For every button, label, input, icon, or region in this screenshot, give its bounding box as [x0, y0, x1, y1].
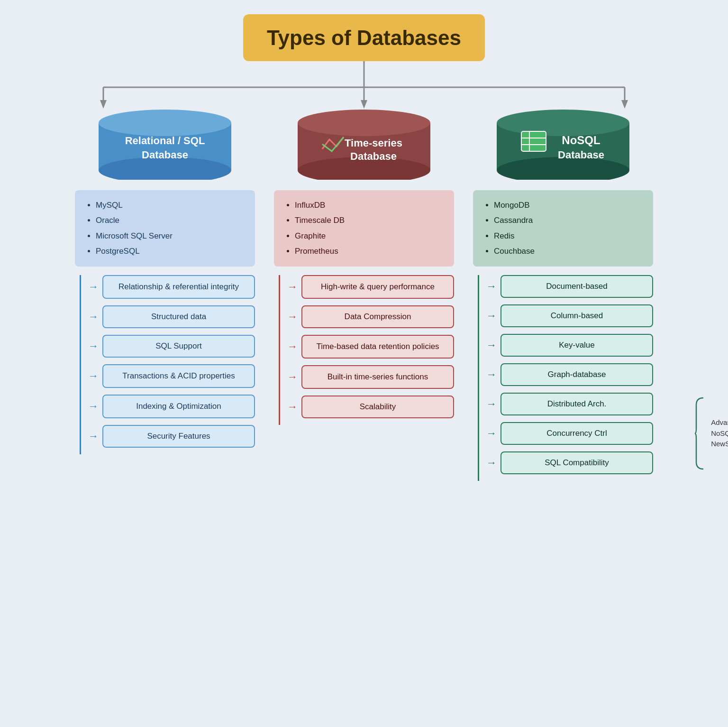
arrow-red-1: →: [287, 281, 298, 293]
relational-cylinder-svg: Relational / SQL Database: [99, 109, 231, 180]
feature-row-scalability: → Scalability: [287, 396, 454, 418]
feature-box-scalability: Scalability: [301, 396, 454, 418]
feature-box-structured: Structured data: [102, 305, 255, 328]
feature-row-transactions: → Transactions & ACID properties: [88, 364, 255, 388]
nosql-brace-annotation: Advanced NoSQL → NewSQL: [694, 393, 728, 474]
arrow-right-icon-6: →: [88, 430, 99, 442]
bullet-mongodb: MongoDB: [494, 198, 643, 213]
svg-point-10: [99, 110, 231, 136]
title-box: Types of Databases: [243, 14, 485, 61]
annotation-text: Advanced NoSQL → NewSQL: [711, 417, 728, 450]
feature-row-retention: → Time-based data retention policies: [287, 335, 454, 359]
feature-row-compression: → Data Compression: [287, 305, 454, 328]
top-connector-svg: [13, 61, 715, 109]
nosql-cylinder: NoSQL Database: [497, 109, 629, 182]
arrow-red-5: →: [287, 401, 298, 413]
feature-box-highwrite: High-write & query performance: [301, 275, 454, 299]
feature-row-distributed: → Distributed Arch.: [486, 393, 653, 415]
feature-row-relationship: → Relationship & referential integrity: [88, 275, 255, 299]
bullet-mysql: MySQL: [96, 198, 245, 213]
svg-rect-21: [521, 131, 546, 151]
arrow-red-4: →: [287, 371, 298, 383]
bullet-timescale: Timescale DB: [295, 213, 444, 228]
svg-text:Time-series: Time-series: [345, 137, 402, 149]
arrow-red-2: →: [287, 311, 298, 323]
feature-box-builtin: Built-in time-series functions: [301, 365, 454, 389]
svg-text:Database: Database: [558, 149, 604, 161]
feature-box-keyvalue: Key-value: [500, 334, 653, 357]
feature-box-column: Column-based: [500, 304, 653, 327]
column-nosql: NoSQL Database MongoDB Cassandra Redis C…: [473, 109, 653, 481]
arrow-right-icon-3: →: [88, 340, 99, 352]
svg-marker-5: [361, 100, 367, 109]
svg-marker-3: [100, 100, 107, 109]
timeseries-info-box: InfluxDB Timescale DB Graphite Prometheu…: [274, 190, 454, 267]
bullet-prometheus: Prometheus: [295, 244, 444, 259]
feature-box-retention: Time-based data retention policies: [301, 335, 454, 359]
feature-box-sqlcompat: SQL Compatibility: [500, 451, 653, 474]
relational-vert-line: [80, 275, 81, 454]
feature-row-builtin: → Built-in time-series functions: [287, 365, 454, 389]
feature-row-highwrite: → High-write & query performance: [287, 275, 454, 299]
annotation-line2: NoSQL →: [711, 429, 728, 437]
arrow-right-icon-4: →: [88, 370, 99, 382]
bullet-influxdb: InfluxDB: [295, 198, 444, 213]
feature-row-column: → Column-based: [486, 304, 653, 327]
main-content: Relational / SQL Database MySQL Oracle M…: [13, 109, 715, 481]
arrow-right-icon-5: →: [88, 400, 99, 413]
feature-row-document: → Document-based: [486, 275, 653, 298]
arrow-right-icon-2: →: [88, 311, 99, 323]
relational-features: → Relationship & referential integrity →…: [75, 275, 255, 454]
feature-box-security: Security Features: [102, 425, 255, 448]
feature-row-sql: → SQL Support: [88, 335, 255, 358]
feature-row-sqlcompat: → SQL Compatibility: [486, 451, 653, 474]
feature-row-concurrency: → Concurrency Ctrl: [486, 422, 653, 445]
nosql-vert-line: [478, 275, 479, 481]
svg-point-20: [497, 110, 629, 136]
bullet-oracle: Oracle: [96, 213, 245, 228]
bullet-redis: Redis: [494, 229, 643, 244]
feature-box-graph: Graph-database: [500, 363, 653, 386]
feature-box-concurrency: Concurrency Ctrl: [500, 422, 653, 445]
timeseries-features: → High-write & query performance → Data …: [274, 275, 454, 425]
annotation-line1: Advanced: [711, 418, 728, 426]
arrow-green-6: →: [486, 427, 497, 440]
arrow-green-2: →: [486, 310, 497, 322]
feature-row-security: → Security Features: [88, 425, 255, 448]
relational-info-box: MySQL Oracle Microsoft SQL Server Postgr…: [75, 190, 255, 267]
nosql-cylinder-svg: NoSQL Database: [497, 109, 629, 180]
relational-cylinder: Relational / SQL Database: [99, 109, 231, 182]
timeseries-cylinder-svg: Time-series Database: [298, 109, 430, 180]
svg-text:Database: Database: [350, 150, 397, 162]
svg-point-15: [298, 110, 430, 136]
nosql-features: → Document-based → Column-based → Key-va…: [473, 275, 653, 481]
feature-box-sql: SQL Support: [102, 335, 255, 358]
svg-text:NoSQL: NoSQL: [562, 134, 600, 147]
arrow-green-4: →: [486, 368, 497, 381]
svg-text:Relational / SQL: Relational / SQL: [125, 135, 205, 147]
bullet-cassandra: Cassandra: [494, 213, 643, 228]
feature-box-transactions: Transactions & ACID properties: [102, 364, 255, 388]
bullet-graphite: Graphite: [295, 229, 444, 244]
annotation-line3: NewSQL: [711, 440, 728, 448]
column-timeseries: Time-series Database InfluxDB Timescale …: [274, 109, 454, 425]
arrow-green-1: →: [486, 280, 497, 293]
timeseries-cylinder: Time-series Database: [298, 109, 430, 182]
feature-row-indexing: → Indexing & Optimization: [88, 395, 255, 418]
timeseries-vert-line: [279, 275, 280, 425]
arrow-green-5: →: [486, 398, 497, 410]
feature-row-keyvalue: → Key-value: [486, 334, 653, 357]
title-text: Types of Databases: [267, 26, 461, 49]
column-relational: Relational / SQL Database MySQL Oracle M…: [75, 109, 255, 454]
bullet-mssql: Microsoft SQL Server: [96, 229, 245, 244]
feature-box-distributed: Distributed Arch.: [500, 393, 653, 415]
feature-box-compression: Data Compression: [301, 305, 454, 328]
nosql-info-box: MongoDB Cassandra Redis Couchbase: [473, 190, 653, 267]
arrow-right-icon: →: [88, 281, 99, 293]
feature-box-relationship: Relationship & referential integrity: [102, 275, 255, 299]
bullet-postgresql: PostgreSQL: [96, 244, 245, 259]
svg-text:Database: Database: [142, 149, 188, 161]
brace-svg: [694, 396, 708, 471]
feature-box-indexing: Indexing & Optimization: [102, 395, 255, 418]
nosql-advanced-group: → Distributed Arch. → Concurrency Ctrl →…: [486, 393, 653, 474]
